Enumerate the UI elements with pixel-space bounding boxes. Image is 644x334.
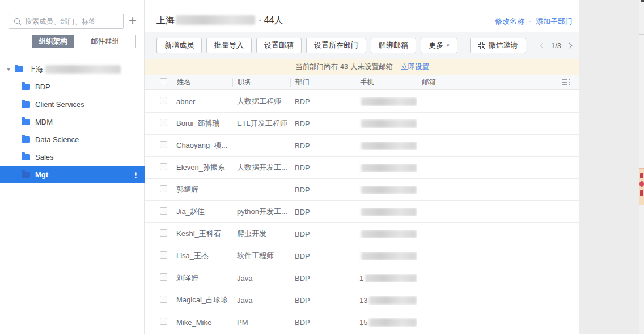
- promo-text-fragment: [640, 173, 643, 178]
- desktop-background: [579, 0, 644, 334]
- batch-import-button[interactable]: 批量导入: [206, 38, 252, 53]
- table-row[interactable]: 刘译婷 Java BDP 1: [145, 267, 579, 289]
- member-name: Jia_赵佳: [172, 207, 232, 217]
- chevron-left-icon[interactable]: [540, 42, 545, 48]
- dot-separator: [529, 21, 531, 22]
- column-header-phone: 手机: [355, 78, 417, 87]
- tree-node-mgt[interactable]: Mgt ⋮: [0, 166, 145, 183]
- column-settings-icon[interactable]: [562, 79, 579, 85]
- window-corner-mark: [641, 0, 644, 2]
- select-all-checkbox[interactable]: [160, 78, 167, 85]
- add-member-button[interactable]: 新增成员: [156, 38, 202, 53]
- member-dept: BDP: [290, 186, 355, 194]
- member-title: Java: [232, 274, 290, 282]
- member-name: Lisa_王杰: [172, 251, 232, 261]
- tree-node-label: Mgt: [35, 170, 48, 179]
- sidebar: + 组织架构 邮件群组 ▾ 上海 BDP Client Services: [0, 0, 145, 334]
- set-department-button[interactable]: 设置所在部门: [306, 38, 366, 53]
- member-name: Keshi_王科石: [172, 229, 232, 239]
- more-dropdown-button[interactable]: 更多 ▾: [421, 38, 457, 53]
- row-checkbox[interactable]: [160, 251, 167, 259]
- rename-link[interactable]: 修改名称: [495, 16, 524, 27]
- tree-node-sales[interactable]: Sales: [0, 148, 145, 166]
- set-mailbox-button[interactable]: 设置邮箱: [256, 38, 302, 53]
- qr-code-icon: [478, 42, 485, 49]
- table-row[interactable]: Magical_占珍珍 Java BDP 13: [145, 289, 579, 311]
- caret-down-icon[interactable]: ▾: [5, 66, 12, 72]
- more-options-icon[interactable]: ⋮: [132, 170, 139, 179]
- row-checkbox[interactable]: [160, 119, 167, 126]
- redacted-phone: [361, 186, 417, 194]
- redacted-phone: [361, 208, 417, 216]
- table-row[interactable]: Mike_Mike PM BDP 15: [145, 311, 579, 333]
- folder-icon: [22, 101, 30, 108]
- department-tree: ▾ 上海 BDP Client Services MDM Data Scienc…: [0, 61, 145, 183]
- table-row[interactable]: Chaoyang_项... BDP: [145, 135, 579, 157]
- column-header-name: 姓名: [172, 78, 232, 87]
- row-checkbox[interactable]: [160, 229, 167, 237]
- screen: + 组织架构 邮件群组 ▾ 上海 BDP Client Services: [0, 0, 644, 334]
- table-row[interactable]: Borui_邵博瑞 ETL开发工程师 BDP: [145, 113, 579, 135]
- member-name: 郭耀辉: [172, 185, 232, 195]
- folder-icon: [22, 119, 30, 125]
- tree-node-client-services[interactable]: Client Services: [0, 96, 145, 113]
- search-box[interactable]: [9, 14, 124, 29]
- tree-node-label: Sales: [35, 153, 54, 161]
- member-table: abner 大数据工程师 BDP Borui_邵博瑞 ETL开发工程师 BDP …: [145, 91, 579, 333]
- member-dept: BDP: [290, 164, 355, 172]
- tree-node-bdp[interactable]: BDP: [0, 78, 145, 96]
- tree-node-data-science[interactable]: Data Science: [0, 131, 145, 148]
- member-count: · 44人: [259, 15, 283, 27]
- redacted-text: [45, 65, 121, 74]
- row-checkbox[interactable]: [160, 141, 167, 148]
- chevron-right-icon[interactable]: [567, 42, 573, 48]
- member-dept: BDP: [290, 274, 355, 282]
- header-actions: 修改名称 添加子部门: [495, 16, 573, 27]
- row-checkbox[interactable]: [160, 207, 167, 215]
- table-header: 姓名 职务 部门 手机 邮箱: [145, 75, 579, 90]
- set-now-link[interactable]: 立即设置: [401, 62, 429, 72]
- tree-node-label: 上海: [28, 65, 43, 75]
- member-dept: BDP: [290, 119, 355, 128]
- tree-node-mdm[interactable]: MDM: [0, 113, 145, 131]
- row-checkbox[interactable]: [160, 163, 167, 170]
- row-checkbox[interactable]: [160, 97, 167, 104]
- notice-text-after: 人未设置邮箱: [350, 62, 393, 72]
- search-icon: [14, 18, 22, 25]
- unbind-mailbox-button[interactable]: 解绑邮箱: [371, 38, 416, 53]
- redacted-phone: [365, 274, 417, 282]
- tab-mail-groups[interactable]: 邮件群组: [74, 35, 136, 48]
- row-checkbox[interactable]: [160, 185, 167, 192]
- table-row[interactable]: 郭耀辉 BDP: [145, 179, 579, 201]
- member-dept: BDP: [290, 296, 355, 305]
- tab-org-structure[interactable]: 组织架构: [32, 35, 74, 48]
- member-name: 刘译婷: [172, 273, 232, 283]
- toolbar-divider: [464, 39, 464, 52]
- toolbar: 新增成员 批量导入 设置邮箱 设置所在部门 解绑邮箱 更多 ▾ 微信邀请 1/3: [145, 32, 579, 59]
- wechat-invite-button[interactable]: 微信邀请: [470, 38, 526, 53]
- page-title: 上海 · 44人: [156, 15, 283, 27]
- column-header-dept: 部门: [290, 78, 355, 87]
- row-checkbox[interactable]: [160, 273, 167, 281]
- tree-node-root[interactable]: ▾ 上海: [0, 61, 145, 78]
- redacted-phone: [361, 230, 417, 238]
- row-checkbox[interactable]: [160, 318, 167, 325]
- table-row[interactable]: Keshi_王科石 爬虫开发 BDP: [145, 223, 579, 245]
- promo-badge-icon: [639, 181, 644, 187]
- notice-bar: 当前部门尚有 43 人未设置邮箱 立即设置: [145, 59, 579, 75]
- folder-icon: [22, 84, 30, 90]
- add-subdepartment-link[interactable]: 添加子部门: [536, 16, 573, 27]
- table-row[interactable]: Lisa_王杰 软件工程师 BDP: [145, 245, 579, 267]
- member-title: 大数据开发工...: [232, 162, 290, 173]
- folder-icon: [22, 172, 30, 178]
- add-icon[interactable]: +: [125, 12, 140, 29]
- table-row[interactable]: abner 大数据工程师 BDP: [145, 91, 579, 113]
- table-row[interactable]: Eleven_孙振东 大数据开发工... BDP: [145, 157, 579, 179]
- redacted-phone: [361, 164, 417, 172]
- table-row[interactable]: Jia_赵佳 python开发工... BDP: [145, 201, 579, 223]
- redacted-phone: [361, 97, 417, 106]
- folder-icon: [22, 136, 30, 143]
- member-title: PM: [232, 318, 290, 327]
- search-input[interactable]: [25, 18, 118, 25]
- row-checkbox[interactable]: [160, 296, 167, 303]
